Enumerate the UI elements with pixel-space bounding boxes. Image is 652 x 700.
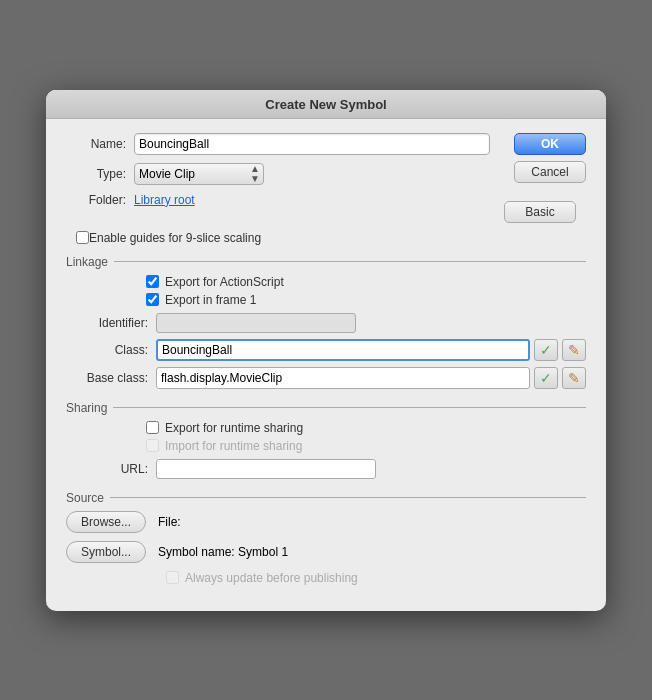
import-runtime-checkbox[interactable] [146, 439, 159, 452]
nine-slice-label: Enable guides for 9-slice scaling [89, 231, 261, 245]
export-runtime-label: Export for runtime sharing [165, 421, 303, 435]
basic-button[interactable]: Basic [504, 201, 576, 223]
class-input[interactable] [156, 339, 530, 361]
baseclass-label: Base class: [66, 371, 148, 385]
baseclass-check-button[interactable]: ✓ [534, 367, 558, 389]
folder-link[interactable]: Library root [134, 193, 195, 207]
ok-button[interactable]: OK [514, 133, 586, 155]
source-section-label: Source [66, 491, 586, 505]
export-frame1-checkbox[interactable] [146, 293, 159, 306]
always-update-label: Always update before publishing [185, 571, 358, 585]
class-label: Class: [66, 343, 148, 357]
identifier-input[interactable] [156, 313, 356, 333]
baseclass-edit-icon: ✎ [568, 370, 580, 386]
type-select[interactable]: Movie Clip Button Graphic [134, 163, 264, 185]
edit-icon: ✎ [568, 342, 580, 358]
sharing-section-label: Sharing [66, 401, 586, 415]
class-edit-button[interactable]: ✎ [562, 339, 586, 361]
linkage-section-label: Linkage [66, 255, 586, 269]
type-label: Type: [66, 167, 126, 181]
import-runtime-label: Import for runtime sharing [165, 439, 302, 453]
dialog-title: Create New Symbol [265, 97, 386, 112]
cancel-button[interactable]: Cancel [514, 161, 586, 183]
export-actionscript-label: Export for ActionScript [165, 275, 284, 289]
export-actionscript-checkbox[interactable] [146, 275, 159, 288]
symbol-name-label: Symbol name: Symbol 1 [158, 545, 288, 559]
dialog-title-bar: Create New Symbol [46, 90, 606, 119]
create-symbol-dialog: Create New Symbol Name: Type: Movie Clip… [46, 90, 606, 611]
export-frame1-label: Export in frame 1 [165, 293, 256, 307]
url-input[interactable] [156, 459, 376, 479]
name-label: Name: [66, 137, 126, 151]
name-input[interactable] [134, 133, 490, 155]
folder-label: Folder: [66, 193, 126, 207]
url-label: URL: [66, 462, 148, 476]
identifier-label: Identifier: [66, 316, 148, 330]
check-icon: ✓ [540, 342, 552, 358]
baseclass-edit-button[interactable]: ✎ [562, 367, 586, 389]
class-check-button[interactable]: ✓ [534, 339, 558, 361]
always-update-checkbox[interactable] [166, 571, 179, 584]
browse-button[interactable]: Browse... [66, 511, 146, 533]
nine-slice-checkbox[interactable] [76, 231, 89, 244]
file-label: File: [158, 515, 181, 529]
export-runtime-checkbox[interactable] [146, 421, 159, 434]
baseclass-input[interactable] [156, 367, 530, 389]
symbol-button[interactable]: Symbol... [66, 541, 146, 563]
baseclass-check-icon: ✓ [540, 370, 552, 386]
